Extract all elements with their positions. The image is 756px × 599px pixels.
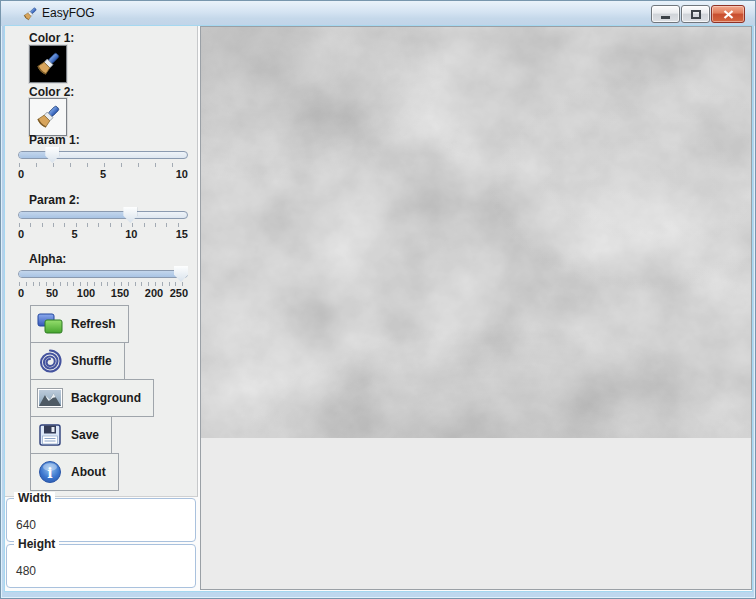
refresh-icon [36,310,64,338]
param1-tick-labels: 0 5 10 [18,168,188,181]
paintbrush-icon [34,50,62,78]
shuffle-spiral-icon [36,347,64,375]
shuffle-button[interactable]: Shuffle [30,342,125,380]
background-button-label: Background [71,391,141,405]
param2-tick-labels: 0 5 10 15 [18,228,188,241]
window-content: Color 1: Color 2: Param 1: 0 5 10 [5,26,752,591]
color1-button[interactable] [29,45,67,83]
alpha-slider-ticks [19,282,187,286]
canvas-scrollpane [200,26,752,590]
height-group-title: Height [14,538,59,551]
param2-slider-thumb[interactable] [123,207,137,223]
controls-sidebar: Color 1: Color 2: Param 1: 0 5 10 [5,26,198,497]
fog-shading-overlay [201,27,751,438]
maximize-icon [691,10,701,19]
window-title: EasyFOG [42,6,95,20]
about-info-icon: i [36,458,64,486]
easyfog-window: EasyFOG Color 1: Color 2: [0,0,756,599]
param1-slider[interactable]: 0 5 10 [18,147,188,181]
fog-preview-canvas [201,27,751,438]
background-image-icon [36,384,64,412]
height-input[interactable]: 480 [16,564,176,578]
close-button[interactable] [711,5,745,23]
about-button[interactable]: i About [30,453,119,491]
titlebar[interactable]: EasyFOG [1,1,755,26]
paintbrush-icon [34,103,62,131]
param1-label: Param 1: [29,133,80,147]
alpha-slider-track[interactable] [18,270,188,278]
minimize-icon [661,16,670,19]
window-controls [651,5,745,23]
about-button-label: About [71,465,106,479]
param2-slider-track[interactable] [18,211,188,219]
width-group: Width 640 [6,498,196,542]
alpha-slider[interactable]: 0 50 100 150 200 250 [18,266,188,300]
param2-slider[interactable]: 0 5 10 15 [18,207,188,241]
param1-slider-thumb[interactable] [45,147,59,163]
param2-slider-ticks [19,223,187,227]
width-input[interactable]: 640 [16,518,176,532]
shuffle-button-label: Shuffle [71,354,112,368]
color2-label: Color 2: [29,85,74,99]
save-floppy-icon [36,421,64,449]
param1-slider-track[interactable] [18,151,188,159]
alpha-label: Alpha: [29,252,66,266]
action-buttons: Refresh Shuffle [30,305,154,491]
refresh-button-label: Refresh [71,317,116,331]
param1-slider-ticks [19,163,187,167]
alpha-slider-thumb[interactable] [174,266,188,282]
alpha-tick-labels: 0 50 100 150 200 250 [18,287,188,300]
color2-button[interactable] [29,98,67,136]
save-button[interactable]: Save [30,416,112,454]
app-paintbrush-icon [22,6,38,22]
background-button[interactable]: Background [30,379,154,417]
color1-label: Color 1: [29,31,74,45]
minimize-button[interactable] [651,5,680,23]
param2-label: Param 2: [29,193,80,207]
width-group-title: Width [14,492,55,505]
svg-text:i: i [47,465,52,481]
refresh-button[interactable]: Refresh [30,305,129,343]
close-icon [723,10,734,19]
save-button-label: Save [71,428,99,442]
height-group: Height 480 [6,544,196,588]
maximize-button[interactable] [681,5,710,23]
